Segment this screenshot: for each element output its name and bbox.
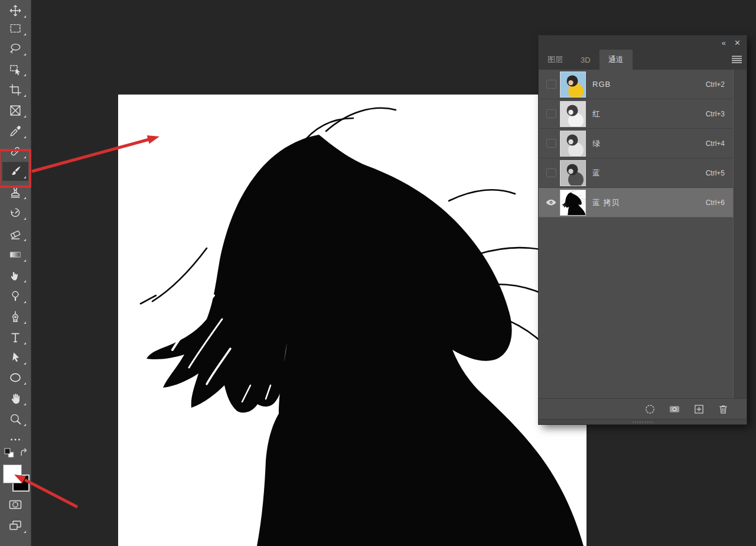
panel-empty-area xyxy=(539,217,733,398)
channel-row-rgb[interactable]: RGB Ctrl+2 xyxy=(539,70,733,99)
history-brush-tool[interactable] xyxy=(2,203,28,222)
frame-tool[interactable] xyxy=(2,101,28,120)
foreground-background-swatches xyxy=(1,462,30,493)
save-selection-as-channel-button[interactable] xyxy=(669,404,680,415)
eraser-tool[interactable] xyxy=(2,225,28,243)
pen-icon xyxy=(9,310,22,323)
channel-row-green[interactable]: 绿 Ctrl+4 xyxy=(539,129,733,158)
move-tool[interactable] xyxy=(2,1,28,20)
default-colors-icon[interactable] xyxy=(3,447,16,459)
channel-name: 绿 xyxy=(592,138,601,149)
object-selection-tool[interactable] xyxy=(2,60,28,79)
collapse-panel-icon[interactable]: « xyxy=(722,39,726,47)
eyedropper-tool[interactable] xyxy=(2,122,28,141)
visibility-toggle[interactable] xyxy=(542,109,560,118)
marquee-icon xyxy=(9,22,22,35)
panel-menu-icon[interactable] xyxy=(732,56,742,63)
eye-well-empty xyxy=(546,109,556,118)
path-selection-icon xyxy=(9,351,22,364)
save-selection-icon xyxy=(669,404,680,415)
tab-channels[interactable]: 通道 xyxy=(599,50,633,70)
screen-mode-icon xyxy=(8,519,22,533)
channel-row-blue[interactable]: 蓝 Ctrl+5 xyxy=(539,158,733,188)
panel-resize-strip[interactable] xyxy=(539,419,747,424)
new-channel-button[interactable] xyxy=(693,404,705,415)
move-icon xyxy=(9,4,22,17)
eye-well-empty xyxy=(546,168,556,177)
crop-icon xyxy=(9,83,22,96)
visibility-toggle[interactable] xyxy=(542,80,560,89)
silhouette-artwork xyxy=(118,95,586,546)
channel-name: 蓝 拷贝 xyxy=(592,197,620,208)
color-mini-controls xyxy=(2,447,30,460)
channel-shortcut: Ctrl+5 xyxy=(706,169,725,177)
tab-layers[interactable]: 图层 xyxy=(539,50,572,70)
frame-icon xyxy=(9,104,22,117)
clone-stamp-tool[interactable] xyxy=(2,183,28,202)
ellipsis-icon xyxy=(9,433,22,446)
visibility-toggle[interactable] xyxy=(542,139,560,148)
edit-toolbar-more-button[interactable] xyxy=(2,430,28,449)
type-tool[interactable] xyxy=(2,328,28,347)
channel-shortcut: Ctrl+4 xyxy=(706,139,725,148)
channel-thumbnail[interactable] xyxy=(560,160,586,186)
foreground-color-swatch[interactable] xyxy=(3,464,22,483)
hand-tool[interactable] xyxy=(2,389,28,408)
eye-well-empty xyxy=(546,139,556,148)
channel-name: 红 xyxy=(592,109,601,119)
channel-shortcut: Ctrl+2 xyxy=(706,80,725,89)
hand-icon xyxy=(9,392,22,405)
brush-tool[interactable] xyxy=(2,162,28,181)
panel-header: « ✕ xyxy=(539,35,747,50)
eye-icon xyxy=(545,199,557,206)
healing-brush-icon xyxy=(9,145,22,158)
smudge-tool[interactable] xyxy=(2,266,28,285)
eraser-icon xyxy=(9,228,22,240)
channels-panel: « ✕ 图层 3D 通道 RGB Ctrl+2 红 Ctrl+3 xyxy=(539,35,747,424)
dodge-tool[interactable] xyxy=(2,287,28,306)
channel-row-red[interactable]: 红 Ctrl+3 xyxy=(539,99,733,129)
swap-colors-icon[interactable] xyxy=(19,448,28,457)
channels-list: RGB Ctrl+2 红 Ctrl+3 绿 Ctrl+4 xyxy=(539,70,747,398)
quick-mask-mode-button[interactable] xyxy=(2,495,28,514)
visibility-toggle[interactable] xyxy=(542,199,560,206)
document-canvas[interactable] xyxy=(118,95,586,546)
channel-thumbnail[interactable] xyxy=(560,101,586,127)
crop-tool[interactable] xyxy=(2,80,28,99)
ellipse-icon xyxy=(9,371,22,384)
trash-icon xyxy=(718,404,729,415)
screen-mode-button[interactable] xyxy=(2,516,28,535)
channel-row-blue-copy[interactable]: 蓝 拷贝 Ctrl+6 xyxy=(539,188,733,217)
lasso-tool[interactable] xyxy=(2,39,28,58)
path-selection-tool[interactable] xyxy=(2,348,28,367)
lasso-icon xyxy=(9,42,22,55)
rectangular-marquee-tool[interactable] xyxy=(2,19,28,38)
channel-thumbnail[interactable] xyxy=(560,131,586,157)
new-channel-icon xyxy=(693,404,705,415)
clone-stamp-icon xyxy=(9,186,22,199)
channel-shortcut: Ctrl+6 xyxy=(706,199,725,207)
brush-icon xyxy=(9,165,22,178)
resize-grip xyxy=(633,421,653,423)
zoom-icon xyxy=(9,412,22,425)
tool-palette xyxy=(0,0,31,546)
panel-scrollbar-gutter[interactable] xyxy=(733,70,747,398)
spot-healing-brush-tool[interactable] xyxy=(2,142,28,161)
history-brush-icon xyxy=(9,206,22,219)
channel-thumbnail[interactable] xyxy=(560,72,586,98)
channel-shortcut: Ctrl+3 xyxy=(706,110,725,118)
load-selection-button[interactable] xyxy=(644,404,656,415)
channel-name: RGB xyxy=(592,80,611,89)
panel-footer xyxy=(539,398,747,419)
ellipse-shape-tool[interactable] xyxy=(2,368,28,387)
delete-channel-button[interactable] xyxy=(718,404,729,415)
close-panel-icon[interactable]: ✕ xyxy=(734,39,741,47)
object-selection-icon xyxy=(9,63,22,76)
tab-3d[interactable]: 3D xyxy=(572,50,599,70)
zoom-tool[interactable] xyxy=(2,410,28,428)
load-selection-icon xyxy=(644,404,656,415)
gradient-tool[interactable] xyxy=(2,245,28,264)
visibility-toggle[interactable] xyxy=(542,168,560,177)
pen-tool[interactable] xyxy=(2,307,28,326)
channel-thumbnail[interactable] xyxy=(560,190,586,216)
